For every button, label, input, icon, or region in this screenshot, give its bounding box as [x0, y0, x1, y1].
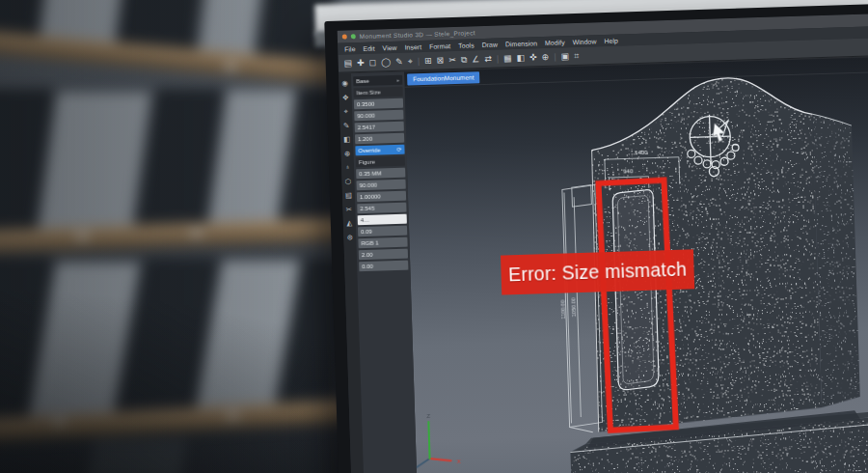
- panel-section-base[interactable]: Base: [353, 75, 402, 87]
- monitor: Monument Studio 3D — Stele_Project File …: [324, 4, 868, 473]
- palette-icon-prism[interactable]: ◭: [346, 219, 352, 227]
- panel-row-override[interactable]: ⟳ Override: [355, 145, 404, 156]
- palette-icon-material[interactable]: ♁: [345, 163, 351, 171]
- palette-icon-poly[interactable]: ⬡: [345, 178, 352, 185]
- palette-icon-move[interactable]: ✥: [342, 94, 349, 101]
- viewport-canvas[interactable]: 1400 940 1100.00 1050.00 Z X Y: [338, 14, 868, 473]
- panel-field[interactable]: 2.00: [359, 249, 408, 261]
- palette-icon-face[interactable]: ◧: [343, 135, 350, 143]
- panel-row-override-label: Override: [358, 147, 380, 153]
- gizmo-z-label: Z: [426, 413, 430, 419]
- panel-field[interactable]: 0.35 MM: [356, 168, 405, 180]
- panel-field[interactable]: 90.000: [356, 180, 405, 191]
- panel-field[interactable]: 2.5417: [355, 122, 404, 133]
- panel-subheader-figure: Figure: [356, 156, 405, 168]
- panel-field[interactable]: 0.3500: [354, 98, 403, 110]
- palette-icon-draw[interactable]: ✎: [343, 122, 350, 129]
- panel-field[interactable]: 1.00000: [357, 191, 406, 203]
- panel-field[interactable]: 0.09: [358, 226, 407, 237]
- refresh-icon: ⟳: [396, 145, 401, 154]
- palette-icon-select[interactable]: ◉: [341, 79, 348, 87]
- panel-field[interactable]: 2.545: [357, 203, 406, 214]
- error-banner: Error: Size mismatch: [501, 249, 694, 294]
- panel-active-input[interactable]: 4…: [358, 214, 407, 226]
- palette-icon-boolean[interactable]: ⊕: [344, 150, 351, 157]
- panel-field[interactable]: 1.200: [355, 133, 404, 145]
- cad-app-window: Monument Studio 3D — Stele_Project File …: [338, 14, 868, 473]
- gizmo-x-label: X: [457, 459, 461, 464]
- dim-label-height-a: 1100.00: [559, 300, 566, 320]
- panel-subheader-item-size: Item Size: [353, 87, 402, 98]
- palette-icon-layers[interactable]: ▤: [345, 191, 352, 199]
- dim-label-height-b: 1050.00: [570, 297, 577, 317]
- panel-field[interactable]: 90.000: [354, 110, 403, 122]
- palette-icon-target[interactable]: ⌖: [343, 107, 347, 115]
- palette-icon-gear[interactable]: ⊛: [347, 234, 354, 241]
- panel-field[interactable]: 0.00: [359, 261, 408, 272]
- palette-icon-cut[interactable]: ✂: [346, 206, 353, 213]
- dim-label-outer-width: 1400: [635, 150, 648, 155]
- dim-label-inner-width: 940: [623, 168, 634, 174]
- panel-field[interactable]: RGB 1: [358, 237, 407, 249]
